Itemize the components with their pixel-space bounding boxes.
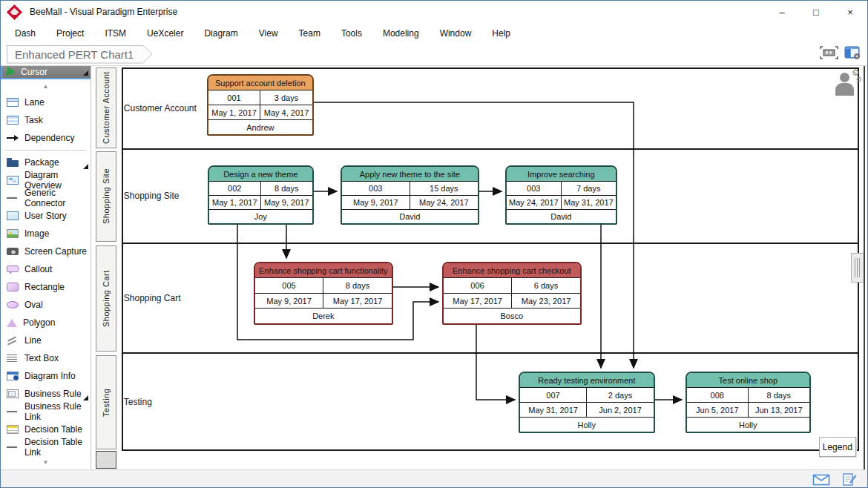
tool-decision-table[interactable]: Decision Table [1,421,91,438]
task-id: 006 [444,278,512,293]
menu-project[interactable]: Project [46,23,94,43]
pert-task-support-account-deletion[interactable]: Support account deletion0013 daysMay 1, … [207,74,314,136]
tool-callout[interactable]: Callout [1,260,91,278]
tool-business-rule[interactable]: Business Rule [1,385,91,403]
task-start: May 31, 2017 [520,403,587,417]
task-end: Jun 13, 2017 [748,403,809,417]
edit-document-icon[interactable] [842,472,857,487]
pert-task-apply-new-theme-to-the-site[interactable]: Apply new theme to the site00315 daysMay… [341,165,479,225]
tool-line[interactable]: Line [1,332,91,349]
lane-header-shopping-site[interactable]: Shopping Site [96,151,116,242]
task-duration: 3 days [260,90,312,105]
tool-diagram-info[interactable]: Diagram Info [1,367,91,385]
pert-task-improve-searching[interactable]: Improve searching0037 daysMay 24, 2017Ma… [505,165,617,225]
model-panel-icon[interactable] [844,46,861,60]
menu-uexceler[interactable]: UeXceler [137,23,194,43]
pert-task-enhance-shopping-cart-checkout[interactable]: Enhance shopping cart checkout0066 daysM… [442,262,582,325]
package-icon [7,160,19,167]
tool-label: Business Rule [24,389,82,399]
task-start: May 17, 2017 [444,294,512,309]
lane-header-corner [96,451,116,469]
menu-tools[interactable]: Tools [331,23,372,43]
task-end: May 31, 2017 [561,196,616,209]
task-name: Ready testing environment [520,373,654,388]
task-owner: Holly [687,418,809,432]
task-end: Jun 2, 2017 [586,403,654,417]
toolbox-scroll-down[interactable]: ▼ [1,456,91,469]
task-owner: Joy [209,210,312,223]
menu-modeling[interactable]: Modeling [372,23,430,43]
menu-dash[interactable]: Dash [4,23,46,43]
tool-cursor[interactable]: Cursor [1,66,91,79]
tool-label: Package [24,157,59,168]
close-button[interactable]: × [833,1,867,23]
task-owner: David [507,210,616,223]
pert-task-ready-testing-environment[interactable]: Ready testing environment0072 daysMay 31… [519,372,655,433]
tool-screen-capture[interactable]: Screen Capture [1,243,91,260]
tool-decision-table-link[interactable]: Decision Table Link [1,438,91,456]
task-id: 008 [687,388,748,402]
oval-icon [7,301,19,309]
lane-divider [122,148,859,150]
task-start: May 24, 2017 [507,196,561,209]
toolbox-separator [5,150,86,151]
tab-enhanced-pert-chart1[interactable]: Enhanced PERT Chart1 [7,45,152,64]
tool-label: Lane [24,97,45,108]
tool-rectangle[interactable]: Rectangle [1,278,91,296]
mail-icon[interactable] [812,474,830,486]
task-name: Test online shop [687,373,809,388]
tool-user-story[interactable]: User Story [1,207,91,225]
legend-button[interactable]: Legend [819,437,856,457]
tool-diagram-overview[interactable]: Diagram Overview [1,171,91,189]
task-name: Support account deletion [208,76,312,90]
screen-capture-icon [7,248,19,255]
toolbox-scroll-up[interactable]: ▲ [1,79,91,93]
minimize-button[interactable]: – [765,1,799,23]
menu-itsm[interactable]: ITSM [94,23,137,43]
fit-to-selection-icon[interactable] [820,46,838,60]
tool-polygon[interactable]: Polygon [1,314,91,332]
task-end: May 9, 2017 [260,196,312,209]
diagram-canvas[interactable]: Customer AccountShopping SiteShopping Ca… [91,66,867,469]
task-end: May 4, 2017 [260,105,312,119]
lane-header-customer-account[interactable]: Customer Account [96,67,116,148]
panel-grip-handle[interactable] [851,253,864,283]
application-window: BeeMall - Visual Paradigm Enterprise – □… [0,0,868,488]
menu-diagram[interactable]: Diagram [194,23,248,43]
tool-package[interactable]: Package [1,154,91,171]
menu-team[interactable]: Team [289,23,331,43]
tool-generic-connector[interactable]: Generic Connector [1,189,91,207]
tool-label: Line [24,335,42,346]
callout-icon [7,266,19,272]
task-duration: 2 days [586,388,654,402]
diagram-overview-icon [7,176,19,185]
task-name: Design a new theme [209,167,312,182]
tool-text-box[interactable]: Text Box [1,349,91,367]
toolbox-sidebar: Cursor ▲ LaneTaskDependencyPackageDiagra… [1,66,91,469]
lane-name-testing: Testing [124,397,152,407]
tool-lane[interactable]: Lane [1,93,91,111]
tool-dependency[interactable]: Dependency [1,129,91,147]
lane-header-shopping-cart[interactable]: Shopping Cart [96,245,116,352]
menu-window[interactable]: Window [430,23,482,43]
task-id: 002 [209,182,260,195]
task-owner: Derek [255,309,392,323]
task-start: May 1, 2017 [208,105,260,119]
tab-bar-icons [820,46,861,60]
tool-task[interactable]: Task [1,111,91,129]
pert-task-enhance-shopping-cart-functionality[interactable]: Enhance shopping cart functionality0058 … [254,262,393,325]
tool-business-rule-link[interactable]: Business Rule Link [1,403,91,421]
lane-header-testing[interactable]: Testing [96,355,116,449]
pert-task-test-online-shop[interactable]: Test online shop0088 daysJun 5, 2017Jun … [685,372,811,433]
menu-help[interactable]: Help [481,23,521,43]
maximize-button[interactable]: □ [799,1,833,23]
task-id: 003 [507,182,561,195]
tool-oval[interactable]: Oval [1,296,91,314]
menu-view[interactable]: View [249,23,289,43]
pert-task-design-a-new-theme[interactable]: Design a new theme0028 daysMay 1, 2017Ma… [208,165,314,225]
tool-image[interactable]: Image [1,225,91,243]
app-logo-icon [7,4,22,19]
text-box-icon [7,354,19,363]
decision-table-link-icon [7,443,19,452]
tool-label: Text Box [24,353,59,363]
